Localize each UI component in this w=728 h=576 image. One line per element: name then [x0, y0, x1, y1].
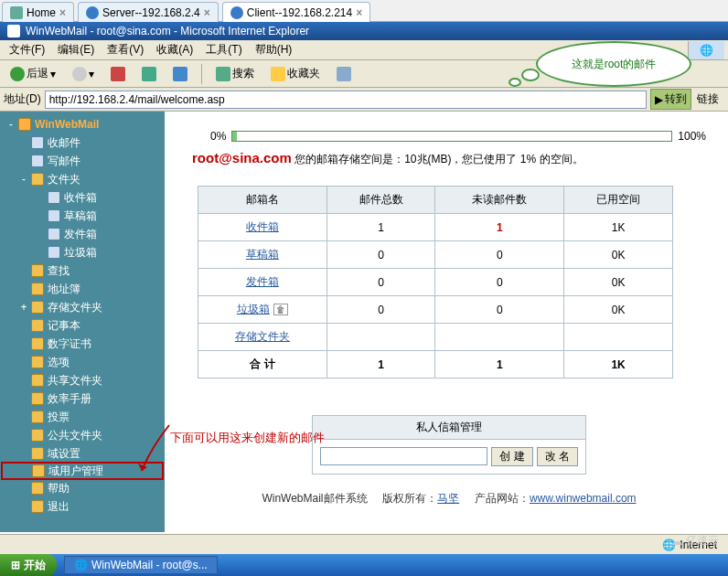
- sidebar-item[interactable]: 收邮件: [2, 133, 163, 152]
- taskbar-item[interactable]: 🌐WinWebMail - root@s...: [64, 556, 218, 574]
- menu-view[interactable]: 查看(V): [102, 40, 149, 59]
- folder-icon: [32, 464, 45, 477]
- search-button[interactable]: 搜索: [209, 62, 261, 85]
- folder-link[interactable]: 垃圾箱: [237, 303, 270, 315]
- trash-icon[interactable]: 🗑: [273, 304, 288, 315]
- globe-icon: [230, 6, 243, 19]
- sidebar-item[interactable]: 共享文件夹: [2, 371, 163, 389]
- forward-button[interactable]: ▾: [66, 63, 101, 85]
- menu-file[interactable]: 文件(F): [4, 40, 50, 59]
- sidebar-item[interactable]: 查找: [2, 261, 163, 280]
- folder-link[interactable]: 发件箱: [246, 275, 279, 288]
- annotation-arrow: [137, 421, 174, 475]
- fwd-arrow-icon: [72, 67, 87, 81]
- menu-favorites[interactable]: 收藏(A): [151, 40, 198, 59]
- sidebar-item[interactable]: 效率手册: [2, 389, 163, 408]
- main-content: 0%100% root@sina.com 您的邮箱存储空间是：10兆(MB)，您…: [165, 112, 724, 532]
- footer: WinWebMail邮件系统 版权所有：马坚 产品网站：www.winwebma…: [192, 491, 706, 507]
- menu-help[interactable]: 帮助(H): [250, 40, 298, 59]
- folder-icon: [31, 319, 44, 332]
- browser-tab-home[interactable]: Home×: [2, 2, 74, 22]
- sidebar-item-label: 退出: [46, 499, 71, 515]
- home-icon: [10, 6, 23, 19]
- folder-icon: [31, 337, 44, 350]
- search-icon: [216, 67, 230, 81]
- close-icon[interactable]: ×: [204, 6, 210, 19]
- start-button[interactable]: ⊞开始: [0, 554, 57, 576]
- window-title-bar: WinWebMail - root@sina.com - Microsoft I…: [0, 22, 728, 40]
- folder-icon: [31, 155, 44, 167]
- site-link[interactable]: www.winwebmail.com: [530, 492, 637, 505]
- folder-link[interactable]: 存储文件夹: [235, 330, 290, 343]
- sidebar-item[interactable]: 发件箱: [2, 225, 163, 243]
- folder-icon: [31, 429, 44, 442]
- folder-link[interactable]: 收件箱: [246, 220, 279, 233]
- home-icon: [18, 118, 31, 131]
- col-unread: 未读邮件数: [435, 187, 564, 214]
- media-icon: [337, 67, 351, 81]
- close-icon[interactable]: ×: [356, 6, 362, 19]
- go-button[interactable]: ▶ 转到: [650, 89, 691, 110]
- sidebar-item[interactable]: 垃圾箱: [2, 243, 163, 261]
- home-button[interactable]: [166, 63, 194, 85]
- sidebar-item[interactable]: 退出: [2, 497, 163, 516]
- table-row: 存储文件夹: [198, 324, 673, 351]
- private-box-input[interactable]: [320, 447, 487, 465]
- sidebar-item-label: 收邮件: [46, 135, 82, 151]
- sidebar-item-label: 垃圾箱: [62, 245, 99, 261]
- annotation-bubble: 这就是root的邮件: [536, 41, 691, 87]
- windows-icon: ⊞: [11, 559, 20, 571]
- menu-edit[interactable]: 编辑(E): [52, 40, 100, 59]
- sidebar-item[interactable]: 选项: [2, 353, 163, 371]
- folder-icon: [31, 500, 44, 513]
- ie-icon: [7, 25, 20, 37]
- private-box-title: 私人信箱管理: [312, 415, 586, 440]
- browser-tab-server[interactable]: Server--192.168.2.4×: [78, 2, 219, 22]
- watermark: ☁亿速云: [671, 533, 719, 549]
- address-bar: 地址(D) ▶ 转到 链接: [0, 88, 728, 112]
- media-button[interactable]: [330, 63, 358, 85]
- folder-icon: [48, 228, 60, 240]
- sidebar-item[interactable]: 记事本: [2, 316, 163, 335]
- sidebar-item-label: 文件夹: [46, 172, 82, 187]
- sidebar-root[interactable]: -WinWebMail: [2, 115, 163, 133]
- refresh-button[interactable]: [135, 63, 163, 85]
- ie-logo-icon: 🌐: [688, 41, 724, 59]
- sidebar-item[interactable]: 写邮件: [2, 152, 163, 170]
- sidebar-item[interactable]: 数字证书: [2, 335, 163, 353]
- col-space: 已用空间: [564, 187, 673, 214]
- browser-tab-bar: Home× Server--192.168.2.4× Client--192.1…: [0, 0, 728, 22]
- sidebar-item[interactable]: 草稿箱: [2, 207, 163, 225]
- create-button[interactable]: 创 建: [491, 447, 532, 466]
- rename-button[interactable]: 改 名: [537, 447, 578, 466]
- stop-button[interactable]: [104, 63, 132, 85]
- sidebar-item-label: 域用户管理: [47, 464, 105, 479]
- author-link[interactable]: 马坚: [437, 492, 459, 505]
- sidebar-item[interactable]: +存储文件夹: [2, 298, 163, 316]
- folder-icon: [31, 173, 44, 186]
- refresh-icon: [142, 67, 156, 81]
- back-button[interactable]: 后退 ▾: [4, 62, 62, 85]
- mailbox-table: 邮箱名 邮件总数 未读邮件数 已用空间 收件箱111K草稿箱000K发件箱000…: [198, 186, 673, 379]
- table-row: 收件箱111K: [198, 214, 673, 241]
- folder-icon: [31, 283, 44, 295]
- table-sum-row: 合 计111K: [198, 351, 673, 379]
- quota-line: root@sina.com 您的邮箱存储空间是：10兆(MB)，您已使用了 1%…: [192, 150, 706, 167]
- links-label[interactable]: 链接: [691, 91, 724, 107]
- folder-link[interactable]: 草稿箱: [246, 248, 279, 261]
- menu-tools[interactable]: 工具(T): [200, 40, 247, 59]
- sidebar-item[interactable]: 收件箱: [2, 188, 163, 207]
- address-input[interactable]: [45, 91, 647, 109]
- sidebar-item-label: 查找: [46, 263, 71, 279]
- progress-bar: [231, 131, 672, 142]
- sidebar-item[interactable]: 地址簿: [2, 280, 163, 298]
- star-icon: [271, 67, 285, 81]
- favorites-button[interactable]: 收藏夹: [264, 62, 327, 85]
- status-bar: 🌐Internet: [0, 534, 728, 554]
- quota-text: 您的邮箱存储空间是：10兆(MB)，您已使用了 1% 的空间。: [294, 153, 583, 165]
- sidebar-item-label: 收件箱: [62, 190, 99, 206]
- folder-icon: [31, 392, 44, 405]
- browser-tab-client[interactable]: Client--192.168.2.214×: [222, 2, 370, 22]
- sidebar-item[interactable]: -文件夹: [2, 170, 163, 188]
- close-icon[interactable]: ×: [59, 6, 66, 19]
